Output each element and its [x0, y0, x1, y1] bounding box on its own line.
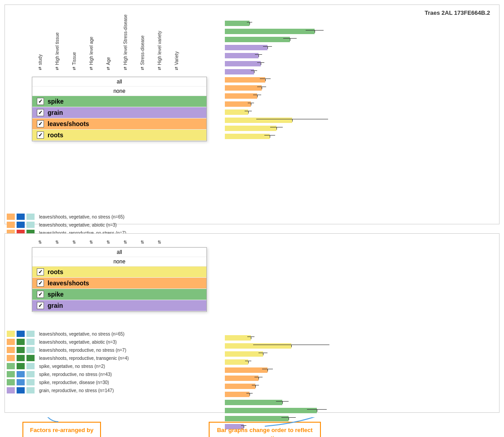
bar-row [225, 133, 495, 140]
bar-row [225, 383, 495, 390]
color-cell [17, 387, 25, 393]
bar [225, 53, 259, 58]
col-high-level-age: High level age ⇅ [83, 7, 99, 71]
top-bar-chart [225, 20, 495, 140]
leaves-checkbox[interactable]: ✓ [37, 120, 44, 127]
col-sort-5: ⇅ [100, 239, 116, 245]
main-container: study ⇅ High level tissue ⇅ Tissue ⇅ Hig… [0, 0, 504, 437]
bar [225, 37, 290, 42]
bottom-dropdown[interactable]: all none ✓ roots ✓ leaves/shoots ✓ spike… [32, 247, 207, 312]
filter-grain-2[interactable]: ✓ grain [32, 300, 206, 311]
leaves-checkbox-2[interactable]: ✓ [37, 280, 44, 287]
table-row: spike, vegetative, no stress (n=2) [5, 362, 216, 370]
all-option-2[interactable]: all [32, 248, 206, 257]
bar [225, 400, 282, 405]
color-cell [26, 355, 35, 361]
roots-checkbox[interactable]: ✓ [37, 131, 44, 139]
roots-label-2: roots [48, 268, 63, 275]
bar-row [225, 60, 495, 67]
color-cell [7, 371, 15, 377]
color-cell [7, 363, 15, 369]
color-cell [17, 222, 25, 228]
bar-row [225, 44, 495, 51]
top-dropdown[interactable]: all none ✓ spike ✓ grain ✓ leaves/shoots… [32, 77, 207, 141]
row-label: spike, reproductive, disease (n=30) [39, 380, 109, 385]
row-label: leaves/shoots, vegetative, no stress (n=… [39, 214, 124, 219]
grain-label: grain [48, 109, 63, 116]
color-cell [7, 347, 15, 353]
bar [225, 359, 248, 365]
bar [225, 109, 248, 115]
bar [225, 343, 291, 349]
col-sort-8: ⇅ [151, 239, 167, 245]
gene-title: Traes 2AL 173FE664B.2 [225, 9, 495, 16]
bar-row [225, 375, 495, 382]
all-option[interactable]: all [32, 77, 206, 87]
color-cell [17, 371, 25, 377]
bar-row [225, 84, 495, 92]
table-row: leaves/shoots, vegetative, no stress (n=… [5, 213, 216, 221]
bar-row [225, 92, 495, 100]
bar [225, 118, 292, 123]
row-label: spike, vegetative, no stress (n=2) [39, 364, 105, 369]
none-option-2[interactable]: none [32, 257, 206, 267]
spike-label-2: spike [48, 291, 64, 298]
row-label: leaves/shoots, reproductive, no stress (… [39, 348, 126, 353]
bar-row [225, 68, 495, 75]
color-cell [7, 355, 15, 361]
color-cell [26, 387, 35, 393]
filter-roots[interactable]: ✓ roots [32, 130, 206, 141]
color-cell [7, 214, 15, 220]
none-option[interactable]: none [32, 87, 206, 96]
filter-spike-2[interactable]: ✓ spike [32, 289, 206, 300]
bar [225, 376, 259, 381]
col-high-level-stress: High level Stress-disease ⇅ [117, 7, 133, 71]
spike-label: spike [48, 98, 64, 105]
bar-row [225, 109, 495, 116]
col-sort-6: ⇅ [117, 239, 133, 245]
bar-row [225, 342, 495, 350]
col-sort-1: ⇅ [32, 239, 48, 245]
bar-row [225, 36, 495, 43]
col-high-level-variety: High level variety ⇅ [151, 7, 167, 71]
bar-row [225, 28, 495, 35]
left-annotation-box: Factors re-arranged by user [22, 422, 101, 437]
grain-checkbox-2[interactable]: ✓ [37, 302, 44, 309]
leaves-label-2: leaves/shoots [48, 280, 89, 287]
bar-row [225, 125, 495, 132]
color-cell [7, 387, 15, 393]
color-cell [26, 214, 35, 220]
bar [225, 77, 265, 83]
spike-checkbox-2[interactable]: ✓ [37, 291, 44, 298]
top-panel-left: study ⇅ High level tissue ⇅ Tissue ⇅ Hig… [5, 5, 216, 224]
spike-checkbox[interactable]: ✓ [37, 98, 44, 105]
bottom-panel-left: ⇅ ⇅ ⇅ ⇅ ⇅ ⇅ ⇅ [5, 234, 216, 412]
col-sort-2: ⇅ [49, 239, 65, 245]
bar-row [225, 20, 495, 27]
filter-grain[interactable]: ✓ grain [32, 107, 206, 118]
bar-row [225, 407, 495, 414]
roots-checkbox-2[interactable]: ✓ [37, 268, 44, 275]
bar [225, 21, 250, 26]
table-row: leaves/shoots, reproductive, transgenic … [5, 354, 216, 362]
bar [225, 392, 250, 397]
bar-row [225, 101, 495, 108]
bar-row [225, 334, 495, 341]
bar-row [225, 76, 495, 83]
row-label: leaves/shoots, reproductive, transgenic … [39, 356, 129, 361]
table-row: leaves/shoots, vegetative, abiotic (n=3) [5, 338, 216, 346]
row-label: leaves/shoots, vegetative, abiotic (n=3) [39, 223, 117, 227]
color-cell [7, 222, 15, 228]
color-cell [26, 379, 35, 385]
filter-leaves[interactable]: ✓ leaves/shoots [32, 118, 206, 130]
filter-spike[interactable]: ✓ spike [32, 96, 206, 107]
filter-roots-2[interactable]: ✓ roots [32, 267, 206, 278]
row-label: spike, reproductive, no stress (n=43) [39, 372, 112, 377]
bottom-panel: ⇅ ⇅ ⇅ ⇅ ⇅ ⇅ ⇅ [4, 233, 500, 413]
grain-label-2: grain [48, 302, 63, 309]
color-cell [7, 339, 15, 345]
grain-checkbox[interactable]: ✓ [37, 109, 44, 116]
col-variety: Variety ⇅ [168, 7, 184, 71]
filter-leaves-2[interactable]: ✓ leaves/shoots [32, 278, 206, 289]
color-cell [17, 214, 25, 220]
